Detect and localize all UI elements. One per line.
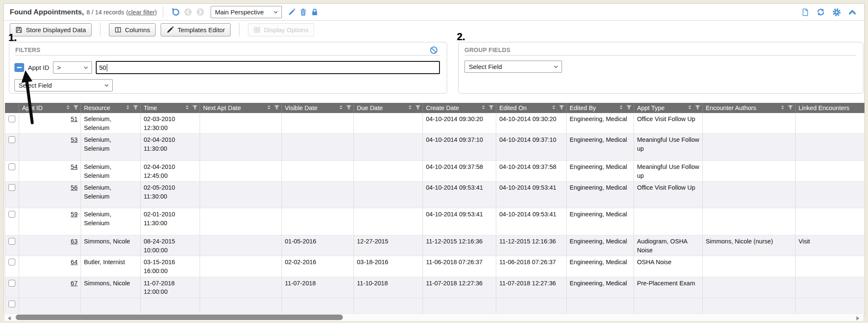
row-checkbox[interactable] <box>8 184 15 191</box>
filter-funnel-icon[interactable] <box>192 105 198 112</box>
group-fields-heading: GROUP FIELDS <box>465 47 856 53</box>
appt-id-link[interactable]: 64 <box>71 259 78 265</box>
column-header-appt_id[interactable]: Appt ID <box>19 103 81 113</box>
sort-icon[interactable] <box>125 105 131 111</box>
filter-funnel-icon[interactable] <box>787 105 793 112</box>
edit-perspective-icon[interactable] <box>288 8 296 16</box>
sort-icon[interactable] <box>266 105 272 111</box>
row-checkbox[interactable] <box>8 238 15 245</box>
table-row: 53Selenium, Selenium02-04-2010 11:30:000… <box>5 134 865 161</box>
appt-id-link[interactable]: 56 <box>71 184 78 191</box>
sort-icon[interactable] <box>551 105 556 111</box>
add-filter-field-select[interactable]: Select Field <box>14 79 113 91</box>
scroll-right-arrow[interactable] <box>856 315 860 323</box>
cell-empty <box>141 298 200 313</box>
filter-funnel-icon[interactable] <box>415 105 421 112</box>
row-checkbox[interactable] <box>8 116 15 122</box>
column-header-next_apt_date[interactable]: Next Apt Date <box>200 103 282 113</box>
refresh-icon[interactable] <box>816 8 825 17</box>
cell-time: 08-24-2015 10:00:00 <box>141 235 200 256</box>
cell-appt_id: 63 <box>19 235 81 256</box>
cell-linked_encounters <box>796 134 865 161</box>
filter-funnel-icon[interactable] <box>133 105 139 112</box>
previous-perspective-icon[interactable] <box>184 8 192 17</box>
grid-icon <box>253 26 261 33</box>
row-checkbox[interactable] <box>8 163 15 170</box>
filter-funnel-icon[interactable] <box>695 105 701 112</box>
column-header-appt_type[interactable]: Appt Type <box>634 103 703 113</box>
filter-funnel-icon[interactable] <box>346 105 352 112</box>
column-header-time[interactable]: Time <box>141 103 200 113</box>
row-checkbox[interactable] <box>8 301 15 307</box>
column-header-encounter_authors[interactable]: Encounter Authors <box>703 103 796 113</box>
display-options-button[interactable]: Display Options <box>248 23 314 36</box>
row-checkbox[interactable] <box>8 280 15 287</box>
row-checkbox[interactable] <box>8 211 15 218</box>
sort-icon[interactable] <box>481 105 486 111</box>
row-select-cell <box>5 182 19 208</box>
settings-gear-icon[interactable] <box>832 8 841 17</box>
sort-icon[interactable] <box>687 105 693 111</box>
appt-id-link[interactable]: 54 <box>71 163 78 170</box>
new-document-icon[interactable] <box>801 8 810 17</box>
select-all-header-cell <box>5 103 19 113</box>
cell-appt_type: Pre-Placement Exam <box>634 277 703 298</box>
column-header-edited_on[interactable]: Edited On <box>496 103 567 113</box>
lock-perspective-icon[interactable] <box>311 8 319 16</box>
row-checkbox[interactable] <box>8 259 15 265</box>
store-displayed-data-button[interactable]: Store Displayed Data <box>10 23 92 36</box>
sort-icon[interactable] <box>780 105 785 111</box>
clear-filter-link[interactable]: (clear filter) <box>126 9 157 16</box>
remove-filter-button[interactable] <box>14 63 24 72</box>
scroll-left-arrow[interactable] <box>7 315 11 323</box>
page-title: Found Appointments, <box>10 8 84 17</box>
cell-visible_date: 02-02-2016 <box>282 256 354 277</box>
group-fields-panel: GROUP FIELDS Select Field <box>458 42 863 94</box>
cell-appt_type: Meaningful Use Follow up <box>634 161 703 182</box>
sort-icon[interactable] <box>338 105 344 111</box>
column-header-linked_encounters[interactable]: Linked Encounters <box>796 103 865 113</box>
cell-next_apt_date <box>200 208 282 235</box>
filter-funnel-icon[interactable] <box>488 105 494 112</box>
column-header-edited_by[interactable]: Edited By <box>567 103 634 113</box>
column-header-create_date[interactable]: Create Date <box>423 103 496 113</box>
appt-id-link[interactable]: 67 <box>71 280 78 287</box>
filter-funnel-icon[interactable] <box>559 105 565 112</box>
cell-due_date: 12-27-2015 <box>354 235 423 256</box>
appt-id-link[interactable]: 53 <box>71 136 78 143</box>
perspective-select[interactable]: Main Perspective <box>211 6 282 18</box>
appt-id-link[interactable]: 63 <box>71 238 78 245</box>
row-checkbox[interactable] <box>8 136 15 143</box>
filter-value-input[interactable]: 50 <box>96 61 440 74</box>
filter-funnel-icon[interactable] <box>73 105 79 112</box>
sort-icon[interactable] <box>618 105 624 111</box>
delete-perspective-icon[interactable] <box>299 8 307 16</box>
appt-id-link[interactable]: 51 <box>71 116 78 122</box>
cell-edited_by: Engineering, Medical <box>567 113 634 134</box>
collapse-chevron-up-icon[interactable] <box>848 8 857 17</box>
filter-funnel-icon[interactable] <box>626 105 632 112</box>
scrollbar-thumb[interactable] <box>16 315 343 320</box>
sort-icon[interactable] <box>65 105 71 111</box>
title-bar-left: Found Appointments, 8 / 14 records (clea… <box>10 6 320 18</box>
sort-icon[interactable] <box>407 105 413 111</box>
filter-funnel-icon[interactable] <box>274 105 280 112</box>
filter-operator-select[interactable]: > <box>53 61 92 74</box>
column-header-visible_date[interactable]: Visible Date <box>282 103 354 113</box>
column-header-due_date[interactable]: Due Date <box>354 103 423 113</box>
columns-button[interactable]: Columns <box>109 23 156 36</box>
cell-linked_encounters <box>796 277 865 298</box>
cell-time: 02-01-2010 11:30:00 <box>141 208 200 235</box>
sort-icon[interactable] <box>184 105 190 111</box>
templates-editor-button[interactable]: Templates Editor <box>161 23 231 36</box>
undo-icon[interactable] <box>171 8 180 17</box>
add-filter-row: Select Field <box>14 79 440 91</box>
divider <box>465 55 856 55</box>
appt-id-link[interactable]: 59 <box>71 211 78 218</box>
column-header-resource[interactable]: Resource <box>81 103 141 113</box>
clear-all-filters-icon[interactable] <box>429 46 438 55</box>
cell-linked_encounters: Visit <box>796 235 865 256</box>
group-field-select[interactable]: Select Field <box>465 61 562 73</box>
cell-linked_encounters <box>796 113 865 134</box>
next-perspective-icon[interactable] <box>196 8 205 17</box>
